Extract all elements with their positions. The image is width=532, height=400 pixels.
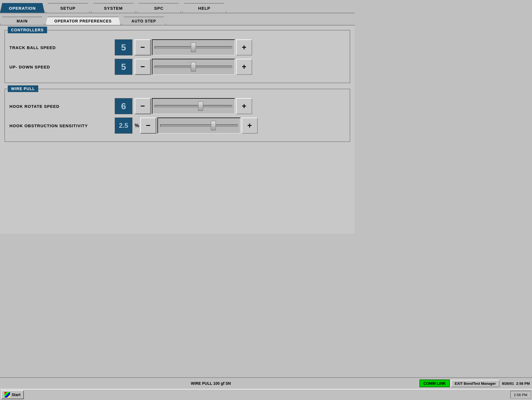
hook-obstruction-sensitivity-slider-container xyxy=(157,118,241,134)
track-ball-speed-row: TRACK BALL SPEED 5 − xyxy=(9,39,345,55)
tab-system[interactable]: SYSTEM xyxy=(91,3,135,13)
tab-operation[interactable]: OPERATION xyxy=(0,3,45,13)
subtab-main[interactable]: MAIN xyxy=(0,17,44,25)
hook-rotate-speed-value: 6 xyxy=(115,98,132,114)
up-down-speed-slider-container xyxy=(152,59,235,75)
track-ball-speed-value: 5 xyxy=(115,39,132,55)
tab-setup[interactable]: SETUP xyxy=(46,3,90,13)
hook-obstruction-sensitivity-label: HOOK OBSTRUCTION SENSITIVITY xyxy=(9,123,115,128)
hook-obstruction-suffix: % xyxy=(135,123,139,129)
up-down-speed-minus[interactable]: − xyxy=(135,59,151,75)
up-down-speed-label: UP- DOWN SPEED xyxy=(9,65,115,69)
main-content: CONTROLLERS TRACK BALL SPEED 5 − xyxy=(0,26,355,234)
tab-help[interactable]: HELP xyxy=(182,3,226,13)
hook-rotate-speed-minus[interactable]: − xyxy=(135,98,151,114)
hook-obstruction-sensitivity-plus[interactable]: + xyxy=(242,118,258,134)
track-ball-speed-slider[interactable] xyxy=(155,46,232,49)
top-navigation: OPERATION SETUP SYSTEM SPC HELP xyxy=(0,0,355,13)
track-ball-speed-minus[interactable]: − xyxy=(135,39,151,55)
hook-obstruction-sensitivity-value: 2.5 xyxy=(115,118,132,134)
up-down-speed-row: UP- DOWN SPEED 5 − xyxy=(9,59,345,75)
subtab-operator-preferences[interactable]: OPERATOR PREFERENCES xyxy=(45,17,121,25)
up-down-speed-plus[interactable]: + xyxy=(236,59,252,75)
track-ball-speed-label: TRACK BALL SPEED xyxy=(9,45,115,50)
track-ball-speed-plus[interactable]: + xyxy=(236,39,252,55)
controllers-label: CONTROLLERS xyxy=(8,27,47,33)
track-ball-speed-slider-container xyxy=(152,39,235,55)
up-down-speed-value: 5 xyxy=(115,59,132,75)
hook-rotate-speed-slider[interactable] xyxy=(155,105,232,107)
hook-rotate-speed-slider-container xyxy=(152,98,235,114)
wire-pull-label: WIRE PULL xyxy=(8,85,38,92)
sub-navigation: MAIN OPERATOR PREFERENCES AUTO STEP xyxy=(0,13,355,26)
tab-spc[interactable]: SPC xyxy=(137,3,181,13)
hook-obstruction-sensitivity-slider[interactable] xyxy=(160,124,238,127)
hook-obstruction-sensitivity-minus[interactable]: − xyxy=(140,118,156,134)
wire-pull-section: WIRE PULL HOOK ROTATE SPEED 6 − xyxy=(4,89,350,142)
subtab-auto-step[interactable]: AUTO STEP xyxy=(122,17,166,25)
up-down-speed-slider[interactable] xyxy=(155,66,232,68)
hook-rotate-speed-row: HOOK ROTATE SPEED 6 − xyxy=(9,98,345,114)
hook-rotate-speed-plus[interactable]: + xyxy=(236,98,252,114)
controllers-section: CONTROLLERS TRACK BALL SPEED 5 − xyxy=(4,30,350,83)
hook-obstruction-sensitivity-row: HOOK OBSTRUCTION SENSITIVITY 2.5 % − xyxy=(9,118,345,134)
hook-rotate-speed-label: HOOK ROTATE SPEED xyxy=(9,104,115,109)
